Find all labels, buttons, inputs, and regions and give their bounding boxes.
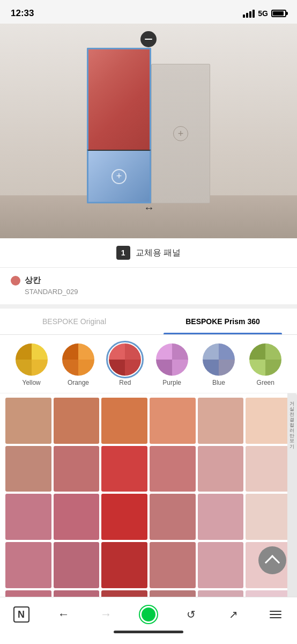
red-label: Red — [119, 379, 131, 386]
fridge-top-panel[interactable] — [87, 48, 151, 150]
section-color-dot — [11, 276, 20, 286]
purple-circle[interactable] — [156, 343, 188, 376]
color-cell[interactable] — [246, 398, 292, 444]
color-circle-blue[interactable]: Blue — [203, 343, 235, 386]
color-cell[interactable] — [246, 446, 292, 492]
color-cell[interactable] — [54, 494, 100, 540]
menu-icon — [270, 611, 281, 618]
color-cell[interactable] — [198, 446, 244, 492]
green-label: Green — [257, 379, 274, 386]
share-icon: ↗ — [229, 608, 238, 621]
color-cell[interactable] — [150, 398, 196, 444]
panel-number: 1 — [116, 246, 130, 260]
status-icons: 5G — [243, 9, 286, 18]
bottom-nav: N ← → ↺ ↗ — [0, 597, 297, 644]
color-cell[interactable] — [54, 398, 100, 444]
yellow-label: Yellow — [23, 379, 41, 386]
status-time: 12:33 — [11, 8, 34, 19]
n-logo-icon: N — [13, 606, 29, 623]
color-cell[interactable] — [246, 494, 292, 540]
scroll-up-button[interactable] — [258, 546, 286, 574]
tab-bespoke-prism[interactable]: BESPOKE Prism 360 — [148, 309, 297, 334]
color-cell[interactable] — [101, 446, 147, 492]
blue-circle[interactable] — [203, 343, 235, 376]
color-cell[interactable] — [101, 494, 147, 540]
color-circles-row: Yellow Orange Red Purple Blue Green — [5, 343, 292, 386]
orange-label: Orange — [68, 379, 89, 386]
color-cell[interactable] — [101, 542, 147, 588]
home-dot-icon — [140, 606, 157, 623]
color-cell[interactable] — [5, 398, 51, 444]
section-name-text: 상칸 — [25, 275, 41, 286]
refresh-icon: ↺ — [187, 608, 196, 621]
color-circle-green[interactable]: Green — [249, 343, 281, 386]
color-cell[interactable] — [150, 446, 196, 492]
fridge-add-panel-icon[interactable]: + — [112, 169, 127, 184]
section-name-row: 상칸 — [11, 275, 286, 286]
product-viewer: + + ↔ — [0, 24, 297, 238]
color-circle-yellow[interactable]: Yellow — [16, 343, 48, 386]
home-indicator — [114, 631, 183, 633]
fridge-secondary[interactable]: + — [151, 64, 210, 203]
color-cell[interactable] — [54, 542, 100, 588]
nav-share-button[interactable]: ↗ — [221, 603, 245, 626]
tab-bespoke-original[interactable]: BESPOKE Original — [0, 309, 148, 334]
color-cell[interactable] — [54, 446, 100, 492]
nav-home-button[interactable] — [137, 603, 160, 626]
fridge-gray-add-icon[interactable]: + — [173, 126, 188, 141]
color-circle-orange[interactable]: Orange — [62, 343, 94, 386]
green-circle[interactable] — [249, 343, 281, 376]
battery-icon — [271, 10, 286, 17]
purple-label: Purple — [162, 379, 181, 386]
fridge-selected[interactable]: + — [87, 48, 151, 203]
minus-button[interactable] — [140, 31, 157, 47]
nav-n-logo[interactable]: N — [10, 603, 33, 626]
panel-label-text: 교체용 패널 — [136, 247, 181, 259]
color-cell[interactable] — [5, 446, 51, 492]
width-arrow-icon: ↔ — [144, 202, 153, 214]
bottom-nav-items: N ← → ↺ ↗ — [0, 603, 297, 626]
forward-arrow-icon: → — [100, 608, 112, 621]
status-bar: 12:33 5G — [0, 0, 297, 24]
color-cell[interactable] — [5, 494, 51, 540]
orange-circle[interactable] — [62, 343, 94, 376]
tabs-container: BESPOKE Original BESPOKE Prism 360 — [0, 309, 297, 335]
panel-label-bar: 1 교체용 패널 — [0, 238, 297, 268]
yellow-circle[interactable] — [16, 343, 48, 376]
color-circle-red[interactable]: Red — [109, 343, 141, 386]
scroll-hint-text: 거실전결컬러만보기 — [289, 398, 295, 446]
network-type: 5G — [258, 9, 268, 18]
color-cell[interactable] — [198, 542, 244, 588]
red-circle[interactable] — [109, 343, 141, 376]
nav-forward-button[interactable]: → — [94, 603, 118, 626]
color-circle-purple[interactable]: Purple — [156, 343, 188, 386]
color-cell[interactable] — [150, 542, 196, 588]
fridge-container: + + — [87, 48, 210, 203]
nav-menu-button[interactable] — [264, 603, 287, 626]
nav-back-button[interactable]: ← — [52, 603, 76, 626]
up-arrow-icon — [265, 555, 280, 570]
color-cell[interactable] — [150, 494, 196, 540]
back-arrow-icon: ← — [58, 608, 70, 621]
color-cell[interactable] — [5, 542, 51, 588]
section-info: 상칸 STANDARD_029 — [0, 268, 297, 309]
blue-label: Blue — [212, 379, 225, 386]
color-cell[interactable] — [198, 398, 244, 444]
fridge-bottom-panel[interactable]: + — [87, 150, 151, 203]
color-circles-section: Yellow Orange Red Purple Blue Green — [0, 335, 297, 393]
nav-refresh-button[interactable]: ↺ — [179, 603, 203, 626]
main-content: 12:33 5G + + ↔ — [0, 0, 297, 644]
color-cell[interactable] — [198, 494, 244, 540]
battery-fill — [273, 11, 284, 16]
signal-bars-icon — [243, 10, 255, 18]
color-cell[interactable] — [101, 398, 147, 444]
section-code: STANDARD_029 — [25, 288, 286, 296]
